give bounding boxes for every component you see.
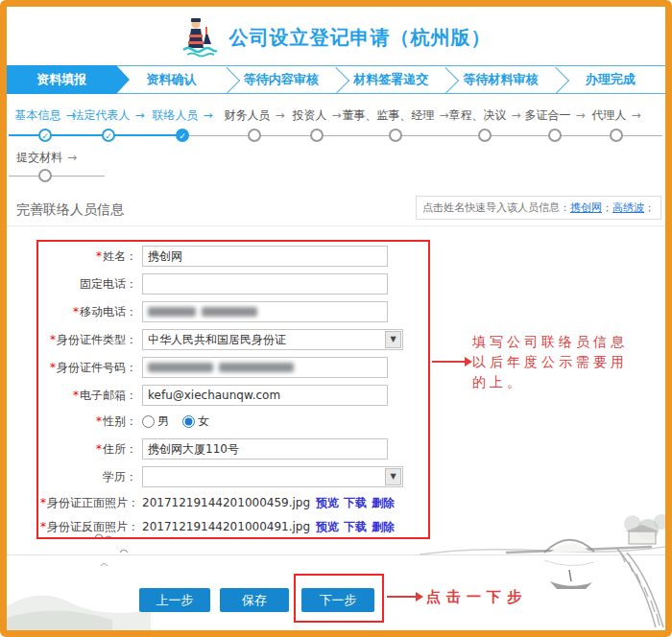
next-hint-arrow (387, 596, 416, 598)
form-row-id-number: *身份证件号码： (40, 357, 428, 378)
dropdown-arrow-icon[interactable]: ▼ (385, 468, 401, 485)
step-circle-todo (389, 129, 402, 142)
form-row-address: *住所： (40, 438, 428, 460)
tab-data-entry[interactable]: 资料填报 (7, 65, 116, 94)
required-mark: * (50, 333, 56, 346)
form-row-email: *电子邮箱： (40, 385, 428, 406)
required-mark: * (40, 520, 46, 533)
form-row-name: *姓名： (40, 246, 428, 267)
step-circle-todo (310, 129, 324, 142)
censored-value (219, 363, 294, 372)
required-mark: * (96, 249, 102, 263)
gender-option-male[interactable]: 男 (142, 413, 169, 430)
step-circle-todo (478, 129, 492, 142)
form-highlight-box: *姓名： 固定电话： *移动电话： *身份证件类型： 中华人民共和国居民身份证 … (36, 240, 430, 539)
required-mark: * (96, 414, 102, 428)
page-header: 公司设立登记申请（杭州版） (7, 12, 665, 63)
censored-value (148, 307, 196, 317)
required-mark: * (73, 389, 79, 402)
step-circle-todo (548, 129, 562, 142)
required-mark: * (50, 361, 56, 374)
download-link[interactable]: 下载 (344, 495, 367, 511)
form-row-id-front-photo: *身份证正面照片： 20171219144201000459.jpg 预览 下载… (40, 495, 428, 510)
form-row-mobile-phone: *移动电话： (40, 301, 428, 322)
quick-import-link-2[interactable]: 高绣波 (612, 201, 644, 214)
education-select[interactable]: ▼ (142, 466, 403, 487)
tab-content-review[interactable]: 等待内容审核 (227, 66, 336, 93)
quick-import-box: 点击姓名快速导入该人员信息：携创网；高绣波； (416, 196, 661, 220)
fixed-phone-input[interactable] (142, 273, 388, 295)
gender-radio-female[interactable] (182, 415, 195, 428)
note-arrow (432, 361, 465, 363)
tab-data-confirm[interactable]: 资料确认 (116, 66, 226, 93)
step-circle-todo (248, 129, 261, 142)
email-input[interactable] (142, 385, 388, 406)
form-row-gender: *性别： 男 女 (40, 413, 428, 430)
required-mark: * (40, 496, 46, 509)
next-hint-text: 点击一下步 (426, 588, 527, 606)
delete-link[interactable]: 删除 (372, 495, 395, 511)
dropdown-arrow-icon[interactable]: ▼ (385, 331, 401, 348)
form-row-fixed-phone: 固定电话： (40, 273, 428, 295)
download-link[interactable]: 下载 (344, 519, 367, 535)
step-circle-todo (610, 129, 623, 142)
form-note: 填写公司联络员信息 以后年度公示需要用 的上。 (472, 332, 650, 392)
tab-complete[interactable]: 办理完成 (556, 66, 665, 93)
delete-link[interactable]: 删除 (372, 519, 395, 535)
form-row-education: 学历： ▼ (40, 466, 428, 487)
page-title: 公司设立登记申请（杭州版） (229, 25, 492, 51)
required-mark: * (73, 305, 79, 318)
step-submit-materials[interactable]: 提交材料→ (0, 150, 112, 166)
mobile-phone-input[interactable] (142, 301, 388, 322)
quick-import-link-1[interactable]: 携创网 (570, 201, 602, 214)
form-row-id-type: *身份证件类型： 中华人民共和国居民身份证 ▼ (40, 329, 428, 350)
step-agent[interactable]: 代理人→ (544, 107, 672, 124)
id-type-select[interactable]: 中华人民共和国居民身份证 ▼ (142, 329, 403, 350)
step-circle-todo (38, 169, 52, 182)
section-divider (7, 225, 665, 226)
tab-material-review[interactable]: 等待材料审核 (445, 66, 555, 93)
save-button[interactable]: 保存 (220, 588, 289, 612)
next-step-button[interactable]: 下一步 (301, 588, 374, 612)
name-input[interactable] (142, 246, 388, 267)
step-nav: 基本信息→ 法定代表人→ 联络人员→ 财务人员→ 投资人→ 董事、监事、经理→ … (7, 106, 665, 194)
gender-option-female[interactable]: 女 (182, 413, 209, 430)
censored-value (202, 307, 257, 317)
address-input[interactable] (142, 438, 388, 460)
id-number-input[interactable] (142, 357, 388, 378)
company-registration-page: 公司设立登记申请（杭州版） 资料填报 资料确认 等待内容审核 材料签署递交 等待… (0, 0, 672, 637)
progress-tabbar: 资料填报 资料确认 等待内容审核 材料签署递交 等待材料审核 办理完成 (7, 65, 665, 94)
lighthouse-sailor-logo (181, 17, 218, 58)
step-circle-current: ✓ (176, 129, 189, 142)
id-back-filename: 20171219144201000491.jpg (142, 520, 310, 533)
censored-value (148, 363, 213, 372)
step-circle-done: ✓ (38, 129, 52, 142)
tab-sign-submit[interactable]: 材料签署递交 (336, 66, 445, 93)
form-row-id-back-photo: *身份证反面照片： 20171219144201000491.jpg 预览 下载… (40, 519, 428, 534)
bottom-divider (7, 554, 665, 555)
id-front-filename: 20171219144201000459.jpg (142, 496, 310, 509)
step-line-done (9, 134, 182, 136)
preview-link[interactable]: 预览 (316, 519, 339, 535)
previous-step-button[interactable]: 上一步 (139, 588, 210, 612)
preview-link[interactable]: 预览 (316, 495, 339, 511)
section-title: 完善联络人员信息 (16, 201, 124, 219)
step-circle-done: ✓ (102, 129, 115, 142)
step-line-2 (9, 176, 105, 177)
required-mark: * (96, 442, 102, 456)
gender-radio-male[interactable] (142, 415, 155, 428)
